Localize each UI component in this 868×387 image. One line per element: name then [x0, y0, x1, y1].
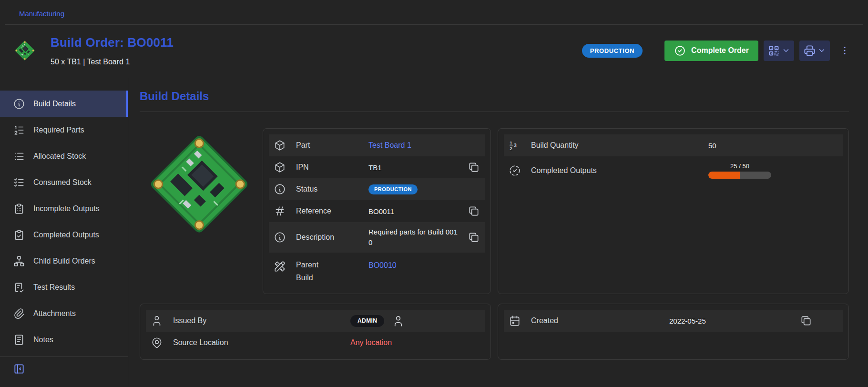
info-circle-icon: [274, 183, 286, 195]
panel-heading: Build Details: [140, 90, 849, 103]
detail-row-completed-outputs: Completed Outputs 25 / 50: [504, 156, 843, 185]
complete-order-button[interactable]: Complete Order: [664, 41, 758, 61]
box-icon: [274, 139, 286, 152]
copy-button[interactable]: [468, 205, 480, 217]
svg-text:1: 1: [510, 140, 512, 145]
map-pin-icon: [151, 336, 163, 349]
clipboard-check-icon: [13, 229, 25, 241]
detail-row-source-location: Source Location Any location: [146, 332, 485, 354]
info-circle-icon: [13, 98, 25, 110]
detail-row-reference: Reference BO0011: [269, 200, 485, 222]
page-header: Build Order: BO0011 50 x TB1 | Test Boar…: [0, 25, 868, 78]
completed-outputs-progress: 25 / 50: [708, 163, 771, 179]
numbers-123-icon: 123: [509, 139, 521, 152]
print-actions-button[interactable]: [799, 41, 830, 61]
copy-icon: [468, 231, 480, 244]
issued-by-badge: ADMIN: [350, 315, 384, 327]
detail-row-ipn: IPN TB1: [269, 156, 485, 178]
progress-check-icon: [509, 164, 521, 177]
detail-row-build-quantity: 123 Build Quantity 50: [504, 134, 843, 156]
breadcrumb-link-manufacturing[interactable]: Manufacturing: [19, 10, 64, 18]
created-card: Created 2022-05-25: [498, 304, 849, 360]
status-badge: PRODUCTION: [582, 44, 643, 58]
detail-row-part: Part Test Board 1: [269, 134, 485, 156]
panel-sidebar: Build Details Required Parts Allocated S…: [0, 78, 128, 386]
checklist-icon: [13, 281, 25, 294]
printer-icon: [803, 44, 816, 57]
issued-by-card: Issued By ADMIN Source Location Any loca…: [140, 304, 491, 360]
part-image[interactable]: [140, 128, 259, 294]
tools-icon: [274, 260, 286, 273]
copy-icon: [468, 205, 480, 217]
clipboard-list-icon: [13, 203, 25, 215]
list-icon: [13, 150, 25, 163]
build-quantity-card: 123 Build Quantity 50 Completed Outputs …: [498, 128, 849, 294]
user-icon: [392, 315, 405, 327]
chevron-down-icon: [782, 46, 790, 55]
dots-vertical-icon: [839, 45, 850, 56]
sidebar-collapse-icon: [13, 363, 29, 375]
detail-row-status: Status PRODUCTION: [269, 178, 485, 200]
sidebar-item-attachments[interactable]: Attachments: [0, 300, 128, 326]
sidebar-item-required-parts[interactable]: Required Parts: [0, 117, 128, 143]
circle-check-icon: [674, 45, 686, 57]
more-actions-button[interactable]: [837, 43, 852, 58]
paperclip-icon: [13, 307, 25, 320]
copy-button[interactable]: [468, 161, 480, 173]
info-circle-icon: [274, 231, 286, 244]
calendar-icon: [509, 315, 521, 327]
detail-row-description: Description Required parts for Build 001…: [269, 222, 485, 253]
sidebar-item-completed-outputs[interactable]: Completed Outputs: [0, 222, 128, 248]
copy-icon: [468, 161, 480, 173]
detail-row-parent-build: Parent Build BO0010: [269, 253, 485, 288]
svg-text:3: 3: [514, 143, 517, 148]
notes-icon: [13, 334, 25, 346]
copy-button[interactable]: [800, 315, 812, 327]
list-check-icon: [13, 176, 25, 189]
detail-row-created: Created 2022-05-25: [504, 310, 843, 332]
sidebar-item-test-results[interactable]: Test Results: [0, 274, 128, 300]
chevron-down-icon: [817, 46, 826, 55]
sidebar-divider: [0, 356, 128, 357]
sitemap-icon: [13, 255, 25, 267]
sidebar-item-build-details[interactable]: Build Details: [0, 91, 128, 117]
breadcrumb: Manufacturing: [5, 3, 863, 25]
sidebar-item-incomplete-outputs[interactable]: Incomplete Outputs: [0, 195, 128, 222]
box-icon: [274, 161, 286, 173]
page-title: Build Order: BO0011: [51, 35, 174, 50]
status-chip: PRODUCTION: [368, 184, 418, 194]
barcode-actions-button[interactable]: [764, 41, 794, 61]
sidebar-item-consumed-stock[interactable]: Consumed Stock: [0, 169, 128, 195]
source-location-value: Any location: [350, 338, 392, 347]
sidebar-item-child-build-orders[interactable]: Child Build Orders: [0, 248, 128, 274]
build-details-card: Part Test Board 1 IPN TB1: [263, 128, 491, 294]
copy-button[interactable]: [468, 231, 480, 244]
qrcode-icon: [767, 44, 780, 57]
sidebar-item-allocated-stock[interactable]: Allocated Stock: [0, 143, 128, 169]
collapse-sidebar-button[interactable]: [0, 363, 29, 375]
list-numbers-icon: [13, 124, 25, 136]
page-subtitle: 50 x TB1 | Test Board 1: [51, 58, 174, 66]
sidebar-item-notes[interactable]: Notes: [0, 326, 128, 353]
detail-row-issued-by: Issued By ADMIN: [146, 310, 485, 332]
svg-text:2: 2: [510, 146, 512, 151]
copy-icon: [800, 315, 812, 327]
user-icon: [151, 315, 163, 327]
part-link[interactable]: Test Board 1: [368, 141, 411, 150]
panel-divider: [140, 112, 849, 112]
parent-build-link[interactable]: BO0010: [368, 261, 397, 270]
build-part-thumbnail: [13, 39, 36, 62]
hash-icon: [274, 205, 286, 217]
